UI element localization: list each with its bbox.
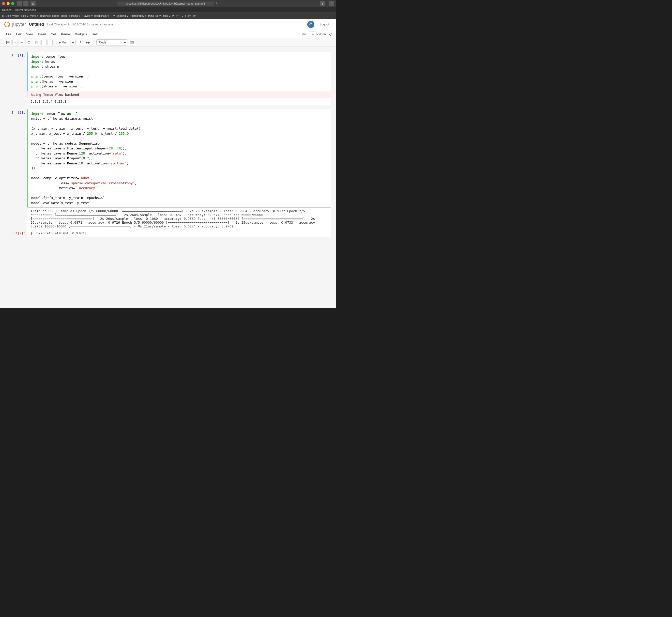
nav-item-tw[interactable]: tw — [172, 14, 174, 17]
nav-item-sg[interactable]: Sg ∨ — [155, 14, 161, 17]
cut-cell-button[interactable]: ✂ — [19, 40, 25, 45]
cell-2-stdout: Train on 60000 samples Epoch 1/5 60000/6… — [27, 208, 331, 230]
cell-1-output-prompt — [5, 91, 25, 105]
checkpoint-info: Last Checkpoint: 03/11/2016 (unsaved cha… — [47, 23, 113, 26]
run-button[interactable]: ▶ Run — [57, 40, 69, 45]
nav-item-gm[interactable]: gm — [193, 14, 196, 17]
trusted-badge: Trusted — [295, 32, 309, 37]
menu-file[interactable]: File — [4, 31, 13, 37]
menu-kernel[interactable]: Kernel — [59, 31, 73, 37]
title-bar-right: ⬆ ⧉ — [318, 1, 334, 6]
nav-item-y[interactable]: y — [182, 14, 183, 17]
cell-2-result: [0.0773874389478704, 0.9762] — [27, 230, 331, 237]
share-button[interactable]: ⬆ — [320, 1, 325, 6]
cell-1: In [1]: import tensorflow import keras i… — [5, 52, 331, 91]
interrupt-button[interactable]: ■ — [70, 40, 75, 45]
notebook-title[interactable]: Untitled — [29, 22, 44, 27]
cell-2-output-prompt — [5, 208, 25, 230]
notebook-content: In [1]: import tensorflow import keras i… — [0, 47, 336, 246]
cell-wrapper-2: In [2]: import tensorflow as tf mnist = … — [5, 109, 331, 237]
save-button[interactable]: 💾 — [4, 40, 11, 45]
cell-1-stdout: 2.1.0 2.2.4 0.22.1 — [27, 98, 331, 105]
cell-2-output-wrapper: Train on 60000 samples Epoch 1/5 60000/6… — [5, 208, 331, 230]
cell-2-input[interactable]: import tensorflow as tf mnist = tf.keras… — [27, 109, 331, 208]
nav-item-photography[interactable]: Photography ∨ — [130, 14, 147, 17]
python-icon — [307, 21, 314, 28]
cell-1-stderr: Using TensorFlow backend. — [27, 91, 331, 98]
paste-cell-button[interactable]: 📋 — [33, 40, 40, 45]
new-tab-button[interactable]: + — [332, 8, 334, 12]
cell-2-result-text: [0.0773874389478704, 0.9762] — [27, 230, 331, 237]
logout-button[interactable]: Logout — [317, 22, 332, 27]
browser-nav: ⊞ QaR Windy Blog ∨ Volvo ∨ BlueHost coll… — [0, 13, 336, 19]
restart-button[interactable]: ↺ — [77, 40, 83, 45]
add-cell-button[interactable]: + — [12, 40, 18, 45]
cell-2: In [2]: import tensorflow as tf mnist = … — [5, 109, 331, 208]
cell-2-result-prompt: Out[2]: — [5, 230, 25, 237]
jupyter-container: jupyter Untitled Last Checkpoint: 03/11/… — [0, 19, 336, 308]
maximize-button[interactable] — [11, 2, 14, 5]
menu-cell[interactable]: Cell — [49, 31, 58, 37]
browser-tabs-bar: Untitled - Jupyter Notebook + — [0, 7, 336, 13]
nav-item-collins[interactable]: collins — [52, 14, 59, 17]
jupyter-logo: jupyter — [4, 21, 26, 27]
cell-1-prompt: In [1]: — [5, 52, 25, 91]
restart-run-all-button[interactable]: ▶▶ — [84, 40, 92, 45]
jupyter-header: jupyter Untitled Last Checkpoint: 03/11/… — [0, 19, 336, 30]
move-up-button[interactable]: ↑ — [41, 40, 46, 45]
cell-1-input[interactable]: import tensorflow import keras import sk… — [27, 52, 331, 91]
kernel-info: Python 3 — [316, 32, 332, 36]
nav-item-blockchain[interactable]: Blockchain ∨ — [94, 14, 109, 17]
nav-item-r[interactable]: R ∨ — [111, 14, 115, 17]
nav-item-bluehost[interactable]: BlueHost — [40, 14, 50, 17]
cell-2-prompt: In [2]: — [5, 109, 25, 208]
cell-1-output-wrapper: Using TensorFlow backend. 2.1.0 2.2.4 0.… — [5, 91, 331, 105]
nav-grid-icon[interactable]: ⊞ — [2, 14, 4, 17]
nav-item-am[interactable]: am — [188, 14, 191, 17]
jupyter-header-right: Logout — [307, 21, 332, 28]
minimize-button[interactable] — [7, 2, 10, 5]
nav-item-f[interactable]: f — [180, 14, 180, 17]
cell-type-select[interactable]: Code Markdown Raw NBConvert — [96, 39, 127, 45]
copy-cell-button[interactable]: ⊡ — [26, 40, 32, 45]
svg-point-2 — [8, 25, 9, 26]
title-bar: ‹ › ⊞ localhost:8888/notebooks/Untitled.… — [0, 0, 336, 7]
url-bar[interactable]: localhost:8888/notebooks/Untitled.ipynb?… — [118, 2, 214, 6]
nav-item-jobs[interactable]: Jobs ∨ — [162, 14, 170, 17]
nav-item-travels[interactable]: Travels ∨ — [82, 14, 93, 17]
move-down-button[interactable]: ↓ — [47, 40, 53, 45]
nav-item-b[interactable]: b — [184, 14, 186, 17]
keyboard-shortcut-button[interactable]: ⌨ — [128, 40, 136, 45]
menu-widgets[interactable]: Widgets — [73, 31, 89, 37]
sidebar-toggle-button[interactable]: ⊞ — [30, 1, 36, 6]
menu-insert[interactable]: Insert — [36, 31, 48, 37]
title-bar-center: localhost:8888/notebooks/Untitled.ipynb?… — [118, 2, 218, 6]
new-tab-button[interactable]: ⧉ — [329, 1, 334, 6]
nav-item-volvo[interactable]: Volvo ∨ — [30, 14, 39, 17]
jupyter-menu: File Edit View Insert Cell Kernel Widget… — [0, 30, 336, 38]
traffic-lights — [2, 2, 14, 5]
nav-item-shoping[interactable]: Shoping ∨ — [117, 14, 128, 17]
forward-button[interactable]: › — [23, 1, 28, 6]
edit-name-button[interactable]: ✏ — [310, 31, 316, 37]
cell-1-output: Using TensorFlow backend. 2.1.0 2.2.4 0.… — [27, 91, 331, 105]
nav-item-trans[interactable]: trans — [148, 14, 154, 17]
nav-item-blog[interactable]: Blog ∨ — [21, 14, 28, 17]
cell-2-result-wrapper: Out[2]: [0.0773874389478704, 0.9762] — [5, 230, 331, 237]
nav-item-dictpl[interactable]: dict.pl — [61, 14, 67, 17]
nav-item-qar[interactable]: QaR — [6, 14, 11, 17]
nav-item-windy[interactable]: Windy — [12, 14, 20, 17]
kernel-label: Python 3 — [316, 32, 328, 36]
nav-item-banking[interactable]: Banking ∨ — [69, 14, 80, 17]
menu-view[interactable]: View — [24, 31, 35, 37]
close-button[interactable] — [2, 2, 5, 5]
nav-item-in[interactable]: In — [176, 14, 178, 17]
cell-2-output: Train on 60000 samples Epoch 1/5 60000/6… — [27, 208, 331, 230]
active-tab-label: Untitled - Jupyter Notebook — [2, 8, 36, 11]
menu-edit[interactable]: Edit — [14, 31, 24, 37]
back-button[interactable]: ‹ — [17, 1, 22, 6]
python-logo-icon — [309, 22, 313, 27]
reload-button[interactable]: ↻ — [216, 2, 218, 5]
jupyter-brand-text: jupyter — [12, 22, 26, 27]
menu-help[interactable]: Help — [90, 31, 101, 37]
